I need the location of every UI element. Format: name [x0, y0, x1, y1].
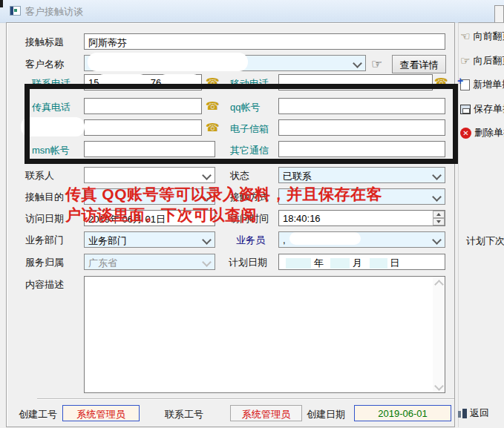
- contact-title-value: 阿斯蒂芬: [88, 37, 127, 48]
- chevron-down-icon[interactable]: [202, 235, 212, 245]
- time-spin-down-button[interactable]: [433, 218, 445, 225]
- business-dept-label: 业务部门: [25, 234, 64, 247]
- visit-time-picker[interactable]: 18:40:16: [278, 210, 445, 226]
- pointing-hand-icon[interactable]: ☞: [371, 58, 382, 70]
- business-dept-combobox[interactable]: 业务部门: [84, 231, 215, 248]
- titlebar-partial-button[interactable]: [494, 5, 504, 23]
- back-label: 返回: [470, 406, 489, 420]
- contact-title-label: 接触标题: [25, 36, 64, 49]
- prev-record-label: 向前翻页: [473, 30, 504, 43]
- hand-right-icon: ☞: [460, 54, 470, 68]
- plan-date-picker[interactable]: 年 月 日: [278, 254, 445, 270]
- plan-date-year-char: 年: [314, 257, 324, 269]
- chevron-down-icon: [202, 257, 212, 267]
- contact-person-combobox[interactable]: [84, 167, 215, 183]
- plan-date-year-segment[interactable]: [286, 258, 311, 269]
- window-icon: [10, 6, 21, 16]
- annotation-black-rectangle: [24, 84, 458, 164]
- plan-date-label: 计划日期: [229, 256, 267, 269]
- window-title: 客户接触访谈: [25, 5, 83, 19]
- delete-x-icon: ✕: [460, 128, 471, 139]
- chevron-down-icon[interactable]: [432, 192, 442, 202]
- textarea-scrollbar[interactable]: [433, 277, 445, 392]
- contact-purpose-label: 接触目的: [25, 191, 64, 204]
- create-date-value-box: 2019-06-01: [354, 405, 451, 421]
- redaction-mark-salesman: [289, 232, 361, 245]
- content-desc-label: 内容描述: [25, 278, 64, 292]
- new-document-icon: [460, 79, 470, 90]
- next-record-button[interactable]: ☞ 向后翻页: [460, 54, 504, 68]
- delete-record-label: 删除单据: [474, 126, 504, 139]
- status-label: 状态: [230, 169, 249, 182]
- back-button[interactable]: 返回: [457, 406, 489, 420]
- salesman-label: 业务员: [236, 234, 265, 247]
- plan-date-month-char: 月: [353, 257, 362, 269]
- redaction-mark-phone-2: [160, 74, 199, 85]
- visit-date-label: 访问日期: [25, 212, 64, 225]
- contact-id-label: 联系工号: [165, 408, 203, 421]
- business-dept-value: 业务部门: [88, 235, 127, 246]
- plan-next-label: 计划下次: [466, 234, 504, 248]
- next-record-label: 向后翻页: [473, 54, 504, 68]
- plan-date-day-segment[interactable]: [370, 258, 387, 269]
- save-floppy-icon: [460, 105, 471, 114]
- annotation-red-note-line1: 传真 QQ账号等可以录入资料，并且保存在客: [65, 184, 382, 205]
- annotation-red-note-line2: 户访谈里面。下次可以查阅: [65, 205, 257, 225]
- chevron-down-icon[interactable]: [432, 235, 442, 245]
- customer-contact-interview-window: 客户接触访谈 接触标题 阿斯蒂芬 客户名称 ☞ 查看详情 联系电话 15 76 …: [0, 0, 504, 428]
- visit-time-value: 18:40:16: [283, 213, 321, 224]
- hand-left-icon: ☜: [460, 30, 470, 43]
- chevron-down-icon[interactable]: [432, 171, 442, 180]
- save-record-label: 保存单据: [474, 102, 504, 116]
- salesman-fragment: ,: [283, 234, 286, 246]
- status-value: 已联系: [283, 171, 312, 182]
- contact-title-input[interactable]: 阿斯蒂芬: [84, 33, 445, 50]
- screen-corner-artifact: [0, 0, 3, 7]
- delete-record-button[interactable]: ✕ 删除单据: [460, 126, 504, 139]
- add-record-button[interactable]: 新增单据: [460, 78, 504, 91]
- chevron-down-icon[interactable]: [202, 171, 212, 180]
- service-area-value: 广东省: [88, 257, 117, 269]
- exit-door-icon: [457, 408, 467, 419]
- status-combobox[interactable]: 已联系: [278, 167, 445, 183]
- add-record-label: 新增单据: [473, 78, 504, 91]
- time-spin-up-button[interactable]: [433, 211, 445, 218]
- service-area-label: 服务归属: [25, 256, 64, 269]
- plan-date-day-char: 日: [390, 257, 399, 269]
- plan-date-month-segment[interactable]: [330, 258, 350, 269]
- footer-separator: [37, 398, 454, 399]
- redaction-mark-phone-1: [98, 74, 145, 85]
- customer-name-label: 客户名称: [25, 58, 64, 71]
- creator-id-label: 创建工号: [19, 408, 57, 421]
- content-desc-textarea[interactable]: [84, 276, 445, 393]
- create-date-label: 创建日期: [307, 408, 345, 421]
- contact-person-label: 联系人: [25, 169, 54, 182]
- view-details-button[interactable]: 查看详情: [392, 55, 446, 73]
- contact-id-value-box: 系统管理员: [230, 405, 302, 421]
- prev-record-button[interactable]: ☜ 向前翻页: [460, 30, 504, 43]
- creator-id-value-box: 系统管理员: [62, 405, 140, 421]
- window-titlebar: 客户接触访谈: [0, 0, 504, 23]
- redaction-mark-customer-name: [88, 53, 248, 71]
- service-area-combobox[interactable]: 广东省: [84, 254, 215, 270]
- chevron-down-icon[interactable]: [353, 59, 362, 68]
- save-record-button[interactable]: 保存单据: [460, 102, 504, 116]
